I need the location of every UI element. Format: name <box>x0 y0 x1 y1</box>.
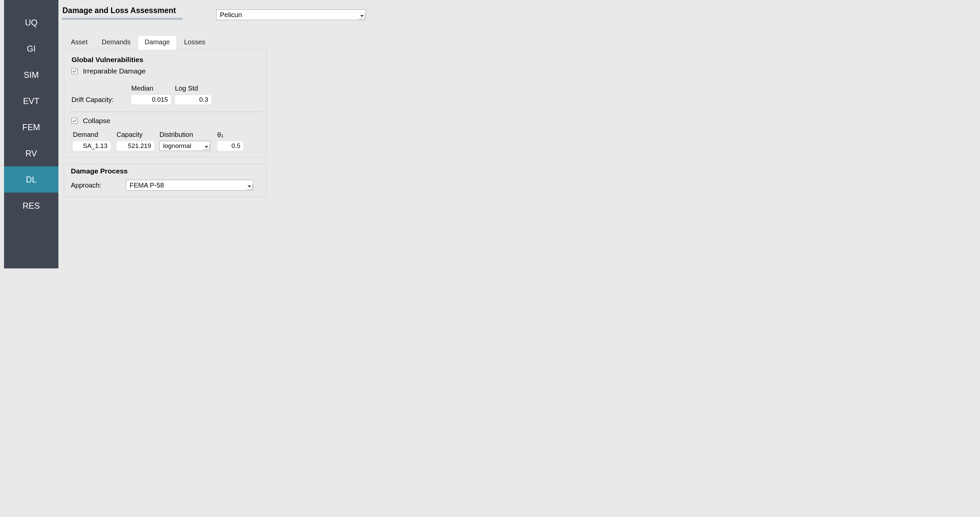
title-block: Damage and Loss Assessment <box>62 6 183 20</box>
sidebar-item-evt[interactable]: EVT <box>4 88 59 114</box>
page-title: Damage and Loss Assessment <box>62 6 183 15</box>
header-median: Median <box>131 84 175 92</box>
check-icon <box>73 119 76 123</box>
tab-asset[interactable]: Asset <box>64 35 95 50</box>
tab-losses[interactable]: Losses <box>177 35 212 50</box>
header-row: Damage and Loss Assessment Pelicun <box>62 6 510 20</box>
irreparable-checkbox[interactable] <box>72 68 78 74</box>
sidebar-item-gi[interactable]: GI <box>4 36 59 62</box>
header-theta1: θ₁ <box>217 131 224 139</box>
method-combo-value: Pelicun <box>220 11 242 19</box>
collapse-distribution-combo[interactable]: lognormal <box>159 141 210 151</box>
chevron-down-icon <box>247 184 253 190</box>
method-select-wrap: Pelicun <box>216 10 366 20</box>
collapse-capacity-input[interactable] <box>116 141 154 151</box>
header-logstd: Log Std <box>175 84 198 92</box>
sidebar-item-sim[interactable]: SIM <box>4 62 59 88</box>
drift-capacity-label: Drift Capacity: <box>72 96 131 104</box>
dl-tabs: Asset Demands Damage Losses <box>64 35 267 50</box>
sidebar-item-fem[interactable]: FEM <box>4 114 59 140</box>
main-content: Damage and Loss Assessment Pelicun Asset… <box>59 0 510 268</box>
damage-process-panel: Damage Process Approach: FEMA P-58 <box>64 164 267 197</box>
collapse-label: Collapse <box>83 117 110 125</box>
sidebar-item-dl[interactable]: DL <box>4 167 59 193</box>
approach-row: Approach: FEMA P-58 <box>69 180 261 190</box>
app-root: UQ GI SIM EVT FEM RV DL RES Damage and L… <box>0 0 510 268</box>
sidebar-item-uq[interactable]: UQ <box>4 10 59 36</box>
title-underline <box>62 18 183 20</box>
chevron-down-icon <box>359 13 365 19</box>
irreparable-headers: Median Log Std <box>72 84 264 92</box>
collapse-distribution-value: lognormal <box>163 142 207 150</box>
tab-damage[interactable]: Damage <box>138 35 177 50</box>
sidebar: UQ GI SIM EVT FEM RV DL RES <box>4 0 59 268</box>
header-demand: Demand <box>73 131 116 139</box>
approach-label: Approach: <box>71 181 126 189</box>
collapse-theta1-input[interactable] <box>217 141 243 151</box>
collapse-checkbox[interactable] <box>72 118 78 124</box>
collapse-row: lognormal <box>72 141 264 151</box>
drift-logstd-input[interactable] <box>175 95 211 104</box>
irreparable-label: Irreparable Damage <box>83 67 146 75</box>
drift-median-input[interactable] <box>131 95 171 104</box>
chevron-down-icon <box>204 144 210 150</box>
irreparable-check-row: Irreparable Damage <box>72 67 264 75</box>
tab-demands[interactable]: Demands <box>95 35 138 50</box>
damage-process-title: Damage Process <box>71 167 261 175</box>
collapse-demand-input[interactable] <box>73 141 110 151</box>
header-capacity: Capacity <box>116 131 159 139</box>
method-combo[interactable]: Pelicun <box>216 10 366 20</box>
header-distribution: Distribution <box>159 131 217 139</box>
sidebar-item-rv[interactable]: RV <box>4 140 59 167</box>
global-vulnerabilities-panel: Global Vulnerabilities Irreparable Damag… <box>64 50 267 157</box>
drift-capacity-row: Drift Capacity: <box>72 95 264 104</box>
check-icon <box>73 69 76 73</box>
approach-combo[interactable]: FEMA P-58 <box>126 180 253 190</box>
collapse-headers: Demand Capacity Distribution θ₁ <box>72 131 264 139</box>
divider <box>69 112 261 112</box>
sidebar-item-res[interactable]: RES <box>4 193 59 219</box>
approach-combo-value: FEMA P-58 <box>130 181 164 189</box>
collapse-check-row: Collapse <box>72 117 264 125</box>
global-vuln-title: Global Vulnerabilities <box>72 56 264 64</box>
